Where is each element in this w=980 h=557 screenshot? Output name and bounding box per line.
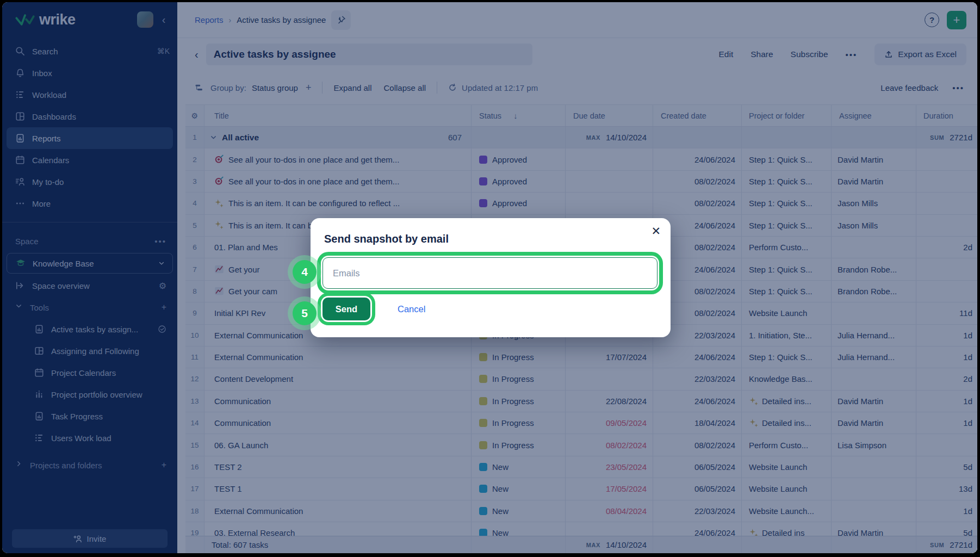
step-badge-4: 4	[293, 260, 317, 284]
close-icon[interactable]: ✕	[651, 225, 661, 238]
send-button[interactable]: Send	[322, 298, 370, 320]
send-snapshot-modal: Send snapshot by email ✕ Send Cancel	[311, 218, 671, 337]
app-window: wrike ‹ Search ⌘K Inbox Workload Dashboa…	[2, 2, 977, 553]
emails-input-highlight	[322, 257, 658, 289]
modal-title: Send snapshot by email	[324, 233, 449, 245]
send-button-highlight: Send	[322, 298, 370, 320]
cancel-button[interactable]: Cancel	[398, 298, 425, 320]
emails-input[interactable]	[322, 257, 658, 289]
step-badge-5: 5	[293, 301, 317, 325]
